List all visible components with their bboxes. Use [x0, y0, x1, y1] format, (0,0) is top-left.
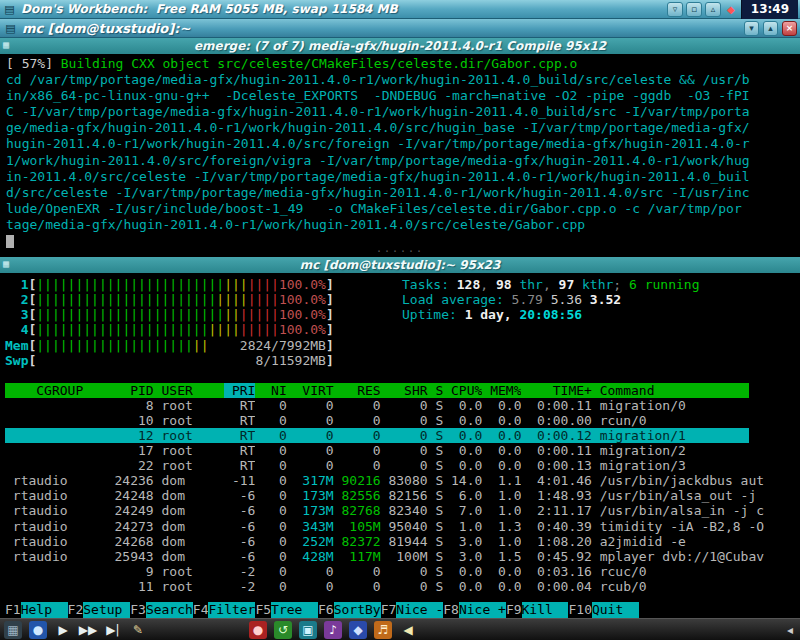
uptime-line: Uptime: 1 day, 20:08:56: [402, 307, 699, 322]
table-row[interactable]: 11root-20000S0.00.00:00.04rcub/0: [5, 579, 749, 594]
window-title: mc [dom@tuxstudio]:~: [22, 21, 190, 36]
taskbar-tray: ●↺▣♪◆♬◀: [249, 621, 417, 639]
table-row[interactable]: 17rootRT0000S0.00.00:00.11migration/2: [5, 443, 749, 458]
table-row[interactable]: 10rootRT0000S0.00.00:00.00rcun/0: [5, 413, 749, 428]
table-row[interactable]: 8rootRT0000S0.00.00:00.11migration/0: [5, 398, 749, 413]
fkey-nice[interactable]: F7Nice -: [381, 602, 444, 618]
top-panel: ▤ Dom's Workbench: Free RAM 5055 MB, swa…: [0, 0, 800, 19]
close-button[interactable]: ×: [782, 21, 797, 36]
tray-icon-green[interactable]: ↺: [274, 621, 292, 639]
table-row[interactable]: rtaudio24268dom-60252M8237281944S3.01.01…: [5, 534, 749, 549]
column-header-pri[interactable]: PRI: [224, 383, 255, 398]
htop-panel: 1[|||||||||||||||||||||||||||||||100.0%]…: [0, 273, 800, 618]
tasks-line: Tasks: 128, 98 thr, 97 kthr; 6 running: [402, 277, 699, 292]
window-list-icon[interactable]: ▤: [2, 2, 17, 17]
tray-icon-teal[interactable]: ▣: [299, 621, 317, 639]
fkey-kill[interactable]: F9Kill: [506, 602, 569, 618]
htop-info-column: Tasks: 128, 98 thr, 97 kthr; 6 running L…: [402, 277, 699, 322]
terminal-line: in-2011.4.0/src/celeste -I/var/tmp/porta…: [6, 169, 800, 185]
column-header-cgroup[interactable]: CGROUP: [5, 383, 99, 398]
fkey-help[interactable]: F1Help: [5, 602, 68, 618]
panel-title: Dom's Workbench: Free RAM 5055 MB, swap …: [21, 2, 398, 16]
build-progress-line: [ 57%] Building CXX object src/celeste/C…: [6, 56, 800, 72]
terminal-line: in/x86_64-pc-linux-gnu-g++ -Dceleste_EXP…: [6, 88, 800, 104]
column-header-shr[interactable]: SHR: [381, 383, 428, 398]
meter-swp: Swp[ 8/11592MB]: [5, 353, 800, 368]
next-track-icon[interactable]: ▶▶: [79, 621, 97, 639]
screen-window-icon: ▦: [3, 258, 9, 269]
panel-button-3[interactable]: ▵: [705, 2, 721, 17]
terminal-line: cd /var/tmp/portage/media-gfx/hugin-2011…: [6, 72, 800, 88]
table-row[interactable]: rtaudio24236dom-110317M9021683080S14.01.…: [5, 473, 749, 488]
compile-terminal: [ 57%] Building CXX object src/celeste/C…: [0, 54, 800, 249]
tray-icon-orange[interactable]: ♬: [374, 621, 392, 639]
fkey-tree[interactable]: F5Tree: [255, 602, 318, 618]
table-row[interactable]: rtaudio24248dom-60173M8255682156S6.01.01…: [5, 488, 749, 503]
caption-text-compile: emerge: (7 of 7) media-gfx/hugin-2011.4.…: [194, 39, 606, 53]
tray-icon-red[interactable]: ●: [249, 621, 267, 639]
column-header-res[interactable]: RES: [334, 383, 381, 398]
fkey-quit[interactable]: F10Quit: [568, 602, 638, 618]
table-row[interactable]: 9root-20000S0.00.00:03.16rcuc/0: [5, 564, 749, 579]
column-header-s[interactable]: S: [428, 383, 444, 398]
terminal-line: d/src/celeste -I/var/tmp/portage/media-g…: [6, 185, 800, 201]
column-header-time[interactable]: TIME+: [521, 383, 591, 398]
desktop: ▤ Dom's Workbench: Free RAM 5055 MB, swa…: [0, 0, 800, 640]
process-table-header: CGROUPPIDUSERPRINIVIRTRESSHRSCPU%MEM%TIM…: [5, 383, 749, 398]
volume-icon[interactable]: ◀: [399, 621, 417, 639]
column-header-command[interactable]: Command: [592, 383, 655, 398]
fkey-setup[interactable]: F2Setup: [68, 602, 131, 618]
fkey-sortby[interactable]: F6SortBy: [318, 602, 381, 618]
screen-window-icon: ▦: [3, 39, 9, 50]
browser-icon[interactable]: ●: [29, 621, 47, 639]
skip-track-icon[interactable]: ▶|: [104, 621, 122, 639]
table-row[interactable]: rtaudio24273dom-60343M105M95040S1.01.30:…: [5, 519, 749, 534]
terminal-window: ▦ emerge: (7 of 7) media-gfx/hugin-2011.…: [0, 38, 800, 618]
table-row[interactable]: 12rootRT0000S0.00.00:00.12migration/1: [5, 428, 749, 443]
table-row[interactable]: rtaudio25943dom-60428M117M100MS3.01.50:4…: [5, 549, 749, 564]
fkey-filter[interactable]: F4Filter: [193, 602, 256, 618]
tray-icon-note[interactable]: ♪: [324, 621, 342, 639]
meter-mem: Mem[|||||||||||||||||||||| 2824/7992MB]: [5, 338, 800, 353]
process-table-body: 8rootRT0000S0.00.00:00.11migration/010ro…: [5, 398, 800, 594]
column-header-mem[interactable]: MEM%: [482, 383, 521, 398]
app-launcher-icon[interactable]: ▦: [4, 621, 22, 639]
compile-output: cd /var/tmp/portage/media-gfx/hugin-2011…: [6, 72, 800, 233]
tray-icon-blue[interactable]: ◆: [349, 621, 367, 639]
panel-button-1[interactable]: ▿: [667, 2, 683, 17]
fkey-search[interactable]: F3Search: [130, 602, 193, 618]
terminal-line: hugin-2011.4.0-r1/work/hugin-2011.4.0/sr…: [6, 136, 800, 152]
screen-caption-compile[interactable]: ▦ emerge: (7 of 7) media-gfx/hugin-2011.…: [0, 38, 800, 54]
taskbar: ▦●▶▶▶▶|✎ ●↺▣♪◆♬◀ ◂: [0, 618, 800, 640]
table-row[interactable]: rtaudio24249dom-60173M8276882340S7.01.02…: [5, 503, 749, 518]
play-icon[interactable]: ▶: [54, 621, 72, 639]
divider-dots: ······: [0, 249, 800, 257]
function-key-bar: F1HelpF2SetupF3SearchF4FilterF5TreeF6Sor…: [5, 602, 800, 618]
terminal-window-icon[interactable]: ▤: [3, 21, 18, 36]
meter-4: 4[|||||||||||||||||||||||||||||||100.0%]: [5, 322, 800, 337]
clock: 13:49: [741, 0, 798, 19]
minimize-button[interactable]: ▾: [744, 21, 759, 36]
column-header-user[interactable]: USER: [154, 383, 224, 398]
edit-icon[interactable]: ✎: [129, 621, 147, 639]
panel-hide-arrow[interactable]: ◂: [784, 623, 796, 637]
column-header-ni[interactable]: NI: [255, 383, 286, 398]
column-header-pid[interactable]: PID: [99, 383, 154, 398]
blank-line: [5, 368, 800, 383]
window-titlebar[interactable]: ▤ mc [dom@tuxstudio]:~ ▾ ▴ ×: [0, 19, 800, 38]
caption-text-htop: mc [dom@tuxstudio]:~ 95x23: [300, 258, 501, 272]
column-header-cpu[interactable]: CPU%: [443, 383, 482, 398]
terminal-line: C -I/var/tmp/portage/media-gfx/hugin-201…: [6, 104, 800, 120]
fkey-nice[interactable]: F8Nice +: [443, 602, 506, 618]
column-header-virt[interactable]: VIRT: [287, 383, 334, 398]
terminal-line: ge/media-gfx/hugin-2011.4.0-r1/work/hugi…: [6, 120, 800, 136]
terminal-line: lude/OpenEXR -I/usr/include/boost-1_49 -…: [6, 201, 800, 217]
load-average-line: Load average: 5.79 5.36 3.52: [402, 292, 699, 307]
terminal-line: tage/media-gfx/hugin-2011.4.0-r1/work/hu…: [6, 217, 800, 233]
panel-button-2[interactable]: ▫: [686, 2, 702, 17]
panel-tray-icon[interactable]: ◆: [725, 4, 737, 15]
maximize-button[interactable]: ▴: [763, 21, 778, 36]
table-row[interactable]: 22rootRT0000S0.00.00:00.13migration/3: [5, 458, 749, 473]
screen-caption-htop[interactable]: ▦ mc [dom@tuxstudio]:~ 95x23: [0, 257, 800, 273]
taskbar-launchers: ▦●▶▶▶▶|✎: [4, 621, 147, 639]
